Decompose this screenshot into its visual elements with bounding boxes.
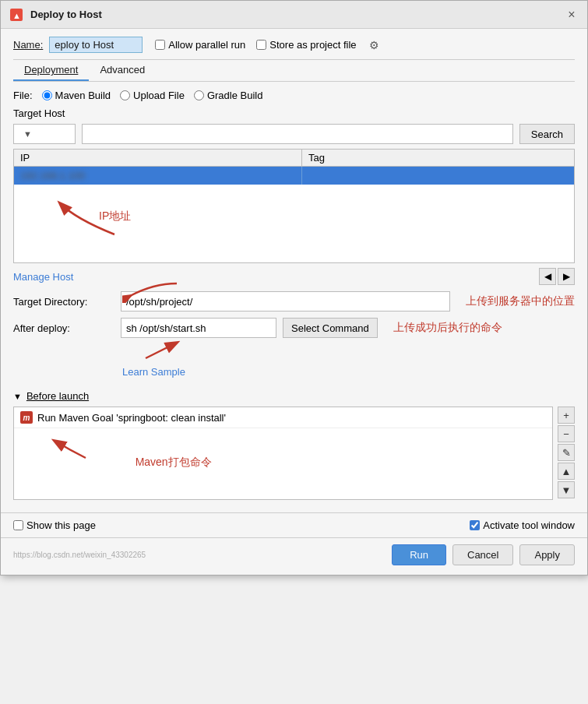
- add-task-button[interactable]: +: [558, 407, 575, 424]
- cmd-arrow-svg: [122, 335, 200, 366]
- tag-cell: [302, 167, 574, 185]
- app-icon: ▲: [9, 7, 24, 23]
- maven-arrow-svg: [23, 435, 117, 466]
- show-page-checkbox[interactable]: Show this page: [13, 519, 463, 531]
- remove-task-button[interactable]: −: [558, 425, 575, 442]
- close-button[interactable]: ×: [564, 7, 579, 23]
- name-input[interactable]: [49, 37, 143, 53]
- before-launch-area: m Run Maven Goal 'springboot: clean inst…: [13, 407, 575, 500]
- maven-task-text: Run Maven Goal 'springboot: clean instal…: [37, 412, 226, 424]
- col-tag: Tag: [302, 150, 574, 166]
- maven-annotation: Maven打包命令: [136, 456, 212, 468]
- target-directory-row: Target Directory: 上传到服务器中的位置: [13, 291, 575, 312]
- apply-button[interactable]: Apply: [519, 544, 575, 565]
- before-launch-table-wrap: m Run Maven Goal 'springboot: clean inst…: [13, 407, 553, 500]
- deploy-to-host-dialog: ▲ Deploy to Host × Name: Allow parallel …: [0, 0, 588, 576]
- command-annotation: 上传成功后执行的命令: [393, 321, 502, 335]
- before-launch-label: Before launch: [26, 390, 89, 402]
- move-down-button[interactable]: ▼: [558, 481, 575, 498]
- store-file-checkbox[interactable]: Store as project file: [256, 39, 356, 51]
- host-row: ▼ Search: [13, 124, 575, 144]
- after-deploy-input[interactable]: [121, 318, 276, 338]
- before-launch-side-buttons: + − ✎ ▲ ▼: [558, 407, 575, 498]
- target-host-label: Target Host: [13, 107, 575, 119]
- activate-window-checkbox[interactable]: Activate tool window: [470, 519, 575, 531]
- maven-task-row[interactable]: m Run Maven Goal 'springboot: clean inst…: [14, 407, 552, 428]
- manage-host-link[interactable]: Manage Host: [13, 271, 73, 283]
- gradle-build-radio[interactable]: [194, 90, 204, 100]
- host-text-input[interactable]: [82, 124, 513, 144]
- tab-deployment[interactable]: Deployment: [13, 60, 89, 81]
- name-row: Name: Allow parallel run Store as projec…: [13, 37, 575, 53]
- before-launch-table: m Run Maven Goal 'springboot: clean inst…: [13, 407, 553, 500]
- upload-file-radio[interactable]: [120, 90, 130, 100]
- target-directory-area: Target Directory: 上传到服务器中的位置: [13, 291, 575, 312]
- activate-window-label: Activate tool window: [483, 519, 575, 531]
- chevron-down-icon: ▼: [23, 129, 32, 139]
- options-area: Allow parallel run Store as project file…: [155, 39, 379, 51]
- upload-file-label: Upload File: [133, 90, 185, 101]
- after-deploy-row: After deploy: Select Command 上传成功后执行的命令: [13, 318, 575, 338]
- svg-text:▲: ▲: [12, 11, 21, 20]
- ip-value: 192.168.1.100: [20, 170, 85, 181]
- store-file-label: Store as project file: [269, 39, 356, 51]
- show-page-input[interactable]: [13, 520, 23, 530]
- search-button[interactable]: Search: [519, 124, 575, 144]
- gradle-build-label: Gradle Build: [207, 90, 263, 101]
- gear-icon[interactable]: ⚙: [369, 39, 379, 51]
- cancel-button[interactable]: Cancel: [452, 544, 513, 565]
- select-command-button[interactable]: Select Command: [283, 318, 378, 338]
- before-launch-section: ▼ Before launch m Run Maven Goal 'spring…: [13, 390, 575, 500]
- collapse-arrow-icon[interactable]: ▼: [13, 392, 22, 401]
- activate-window-input[interactable]: [470, 520, 480, 530]
- show-page-label: Show this page: [26, 519, 96, 531]
- manage-host-row: Manage Host ◀ ▶: [13, 268, 575, 285]
- watermark: https://blog.csdn.net/weixin_43302265: [13, 551, 386, 559]
- after-deploy-label: After deploy:: [13, 322, 114, 334]
- target-directory-label: Target Directory:: [13, 296, 114, 308]
- nav-left-button[interactable]: ◀: [539, 268, 556, 285]
- after-deploy-area: After deploy: Select Command 上传成功后执行的命令: [13, 318, 575, 338]
- directory-annotation: 上传到服务器中的位置: [466, 294, 575, 308]
- ip-cell: 192.168.1.100: [14, 167, 302, 185]
- move-up-button[interactable]: ▲: [558, 463, 575, 480]
- maven-icon: m: [20, 411, 33, 424]
- table-header: IP Tag: [14, 150, 574, 167]
- upload-file-option[interactable]: Upload File: [120, 90, 185, 101]
- tabs-bar: Deployment Advanced: [13, 60, 575, 82]
- table-empty-area: [14, 185, 574, 262]
- maven-build-label: Maven Build: [55, 90, 111, 101]
- host-dropdown[interactable]: ▼: [13, 124, 76, 144]
- table-row[interactable]: 192.168.1.100: [14, 167, 574, 185]
- bottom-options-row: Show this page Activate tool window: [1, 512, 587, 537]
- parallel-run-input[interactable]: [155, 40, 165, 50]
- action-buttons-area: https://blog.csdn.net/weixin_43302265 Ru…: [1, 537, 587, 575]
- host-table-area: IP Tag 192.168.1.100: [13, 149, 575, 263]
- parallel-run-label: Allow parallel run: [168, 39, 245, 51]
- window-title: Deploy to Host: [30, 9, 564, 20]
- maven-build-option[interactable]: Maven Build: [42, 90, 111, 101]
- parallel-run-checkbox[interactable]: Allow parallel run: [155, 39, 245, 51]
- target-directory-input[interactable]: [121, 291, 450, 312]
- title-bar: ▲ Deploy to Host ×: [1, 1, 587, 29]
- maven-annotation-area: Maven打包命令: [14, 428, 552, 476]
- gradle-build-option[interactable]: Gradle Build: [194, 90, 263, 101]
- before-launch-header: ▼ Before launch: [13, 390, 575, 402]
- name-label: Name:: [13, 39, 43, 51]
- file-label: File:: [13, 90, 33, 101]
- store-file-input[interactable]: [256, 40, 266, 50]
- run-button[interactable]: Run: [392, 544, 446, 565]
- learn-sample-link[interactable]: Learn Sample: [122, 366, 185, 378]
- nav-right-button[interactable]: ▶: [558, 268, 575, 285]
- col-ip: IP: [14, 150, 302, 166]
- nav-arrows: ◀ ▶: [539, 268, 575, 285]
- host-table: IP Tag 192.168.1.100: [13, 149, 575, 263]
- maven-build-radio[interactable]: [42, 90, 52, 100]
- edit-task-button[interactable]: ✎: [558, 444, 575, 461]
- file-row: File: Maven Build Upload File Gradle Bui…: [13, 90, 575, 101]
- tab-advanced[interactable]: Advanced: [89, 60, 156, 81]
